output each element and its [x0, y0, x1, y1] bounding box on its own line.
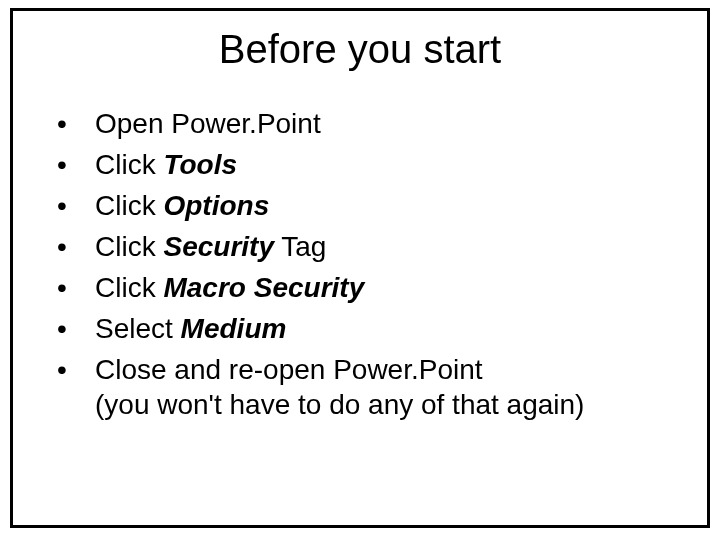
bullet-emphasis: Options — [163, 190, 269, 221]
bullet-subtext: (you won't have to do any of that again) — [95, 387, 677, 422]
bullet-text: Close and re-open Power.Point — [95, 354, 483, 385]
bullet-emphasis: Medium — [181, 313, 287, 344]
list-item: Close and re-open Power.Point (you won't… — [43, 352, 677, 422]
bullet-text-tail: Tag — [274, 231, 326, 262]
bullet-text: Select — [95, 313, 181, 344]
slide-title: Before you start — [43, 27, 677, 72]
list-item: Click Tools — [43, 147, 677, 182]
bullet-emphasis: Macro Security — [163, 272, 364, 303]
bullet-text: Click — [95, 272, 163, 303]
list-item: Open Power.Point — [43, 106, 677, 141]
list-item: Click Security Tag — [43, 229, 677, 264]
bullet-emphasis: Tools — [163, 149, 237, 180]
list-item: Click Macro Security — [43, 270, 677, 305]
bullet-text: Click — [95, 149, 163, 180]
slide-frame: Before you start Open Power.Point Click … — [10, 8, 710, 528]
bullet-text: Click — [95, 231, 163, 262]
bullet-list: Open Power.Point Click Tools Click Optio… — [43, 106, 677, 422]
bullet-text: Open Power.Point — [95, 108, 321, 139]
bullet-text: Click — [95, 190, 163, 221]
bullet-emphasis: Security — [163, 231, 274, 262]
list-item: Click Options — [43, 188, 677, 223]
list-item: Select Medium — [43, 311, 677, 346]
